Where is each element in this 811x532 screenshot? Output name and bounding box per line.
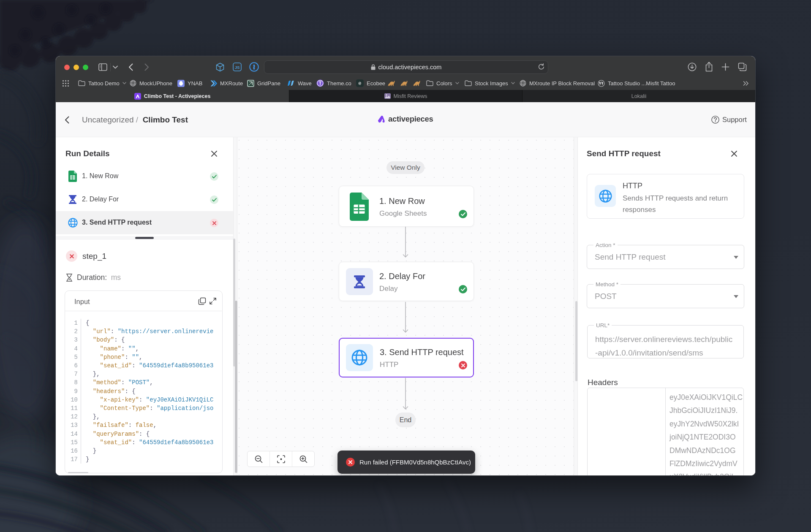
svg-text:T: T xyxy=(319,81,321,86)
svg-text:JS: JS xyxy=(235,65,240,70)
svg-text:e: e xyxy=(359,80,362,86)
